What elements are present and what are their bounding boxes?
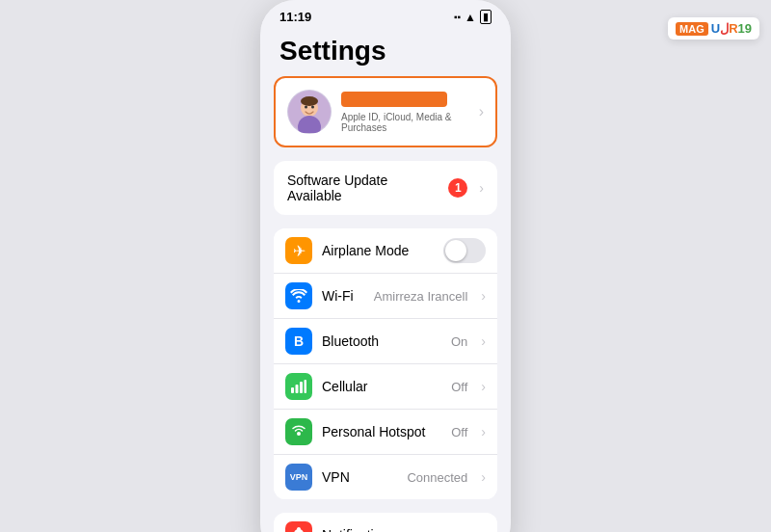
cellular-label: Cellular [322, 379, 441, 394]
update-badge: 1 [448, 178, 467, 198]
watermark-mag: MAG [676, 22, 708, 36]
watermark: MAG UلR19 [668, 17, 759, 40]
software-update-row[interactable]: Software Update Available 1 › [274, 161, 497, 215]
profile-name-bar [341, 92, 447, 107]
bluetooth-icon: B [285, 328, 312, 355]
bluetooth-row[interactable]: B Bluetooth On › [274, 319, 497, 364]
update-chevron: › [479, 180, 484, 196]
hotspot-label: Personal Hotspot [322, 424, 441, 439]
svg-rect-6 [291, 387, 294, 393]
page-title: Settings [260, 28, 511, 76]
wifi-chevron: › [481, 288, 486, 304]
status-bar: 11:19 ▪▪ ▲ ▮ [260, 0, 511, 28]
avatar [287, 90, 332, 134]
cellular-chevron: › [481, 379, 486, 394]
hotspot-value: Off [451, 425, 467, 439]
cellular-row[interactable]: Cellular Off › [274, 364, 497, 410]
svg-point-10 [297, 432, 301, 436]
svg-point-5 [311, 106, 314, 109]
signal-icon: ▪▪ [454, 12, 461, 22]
wifi-icon [285, 282, 312, 309]
profile-info: Apple ID, iCloud, Media & Purchases [341, 92, 469, 133]
avatar-image [288, 91, 331, 133]
software-update-label: Software Update Available [287, 173, 440, 203]
airplane-mode-toggle[interactable] [443, 238, 486, 263]
cellular-icon [285, 373, 312, 400]
vpn-chevron: › [481, 469, 486, 485]
wifi-svg [290, 289, 307, 303]
toggle-knob [445, 240, 466, 261]
bluetooth-chevron: › [481, 333, 486, 349]
svg-point-4 [305, 106, 307, 109]
hotspot-icon [285, 418, 312, 445]
svg-rect-7 [296, 385, 299, 393]
phone-frame: 11:19 ▪▪ ▲ ▮ Settings [260, 0, 511, 532]
hotspot-chevron: › [481, 424, 486, 439]
hotspot-row[interactable]: Personal Hotspot Off › [274, 410, 497, 455]
svg-rect-8 [300, 382, 303, 393]
network-settings-card: ✈ Airplane Mode Wi-Fi Amirreza Ir [274, 228, 497, 499]
notification-settings-card: Notifications › Sounds & Haptics › [274, 513, 497, 532]
bluetooth-value: On [451, 334, 467, 349]
bluetooth-label: Bluetooth [322, 333, 441, 349]
notifications-label: Notifications [322, 527, 471, 532]
settings-content[interactable]: Apple ID, iCloud, Media & Purchases › So… [260, 76, 511, 532]
vpn-row[interactable]: VPN VPN Connected › [274, 455, 497, 499]
vpn-label: VPN [322, 469, 397, 485]
cellular-value: Off [451, 380, 467, 394]
bell-svg [292, 527, 306, 532]
profile-card[interactable]: Apple ID, iCloud, Media & Purchases › [274, 76, 497, 147]
watermark-text: UلR19 [711, 21, 752, 36]
notifications-chevron: › [481, 527, 486, 532]
software-update-card[interactable]: Software Update Available 1 › [274, 161, 497, 215]
airplane-mode-row[interactable]: ✈ Airplane Mode [274, 228, 497, 274]
hotspot-svg [290, 424, 307, 439]
svg-rect-9 [305, 380, 307, 393]
airplane-mode-icon: ✈ [285, 237, 312, 264]
profile-subtitle: Apple ID, iCloud, Media & Purchases [341, 112, 469, 133]
profile-chevron: › [479, 103, 484, 120]
svg-point-3 [301, 96, 318, 106]
vpn-value: Connected [407, 470, 467, 485]
vpn-icon: VPN [285, 464, 312, 491]
status-icons: ▪▪ ▲ ▮ [454, 10, 492, 24]
wifi-status-icon: ▲ [465, 11, 476, 24]
wifi-row[interactable]: Wi-Fi Amirreza Irancell › [274, 274, 497, 319]
notifications-icon [285, 521, 312, 532]
notifications-row[interactable]: Notifications › [274, 513, 497, 532]
battery-icon: ▮ [480, 10, 492, 24]
wifi-label: Wi-Fi [322, 288, 364, 304]
cellular-svg [291, 380, 306, 393]
status-time: 11:19 [279, 10, 311, 24]
wifi-value: Amirreza Irancell [374, 289, 468, 304]
airplane-mode-label: Airplane Mode [322, 243, 434, 258]
